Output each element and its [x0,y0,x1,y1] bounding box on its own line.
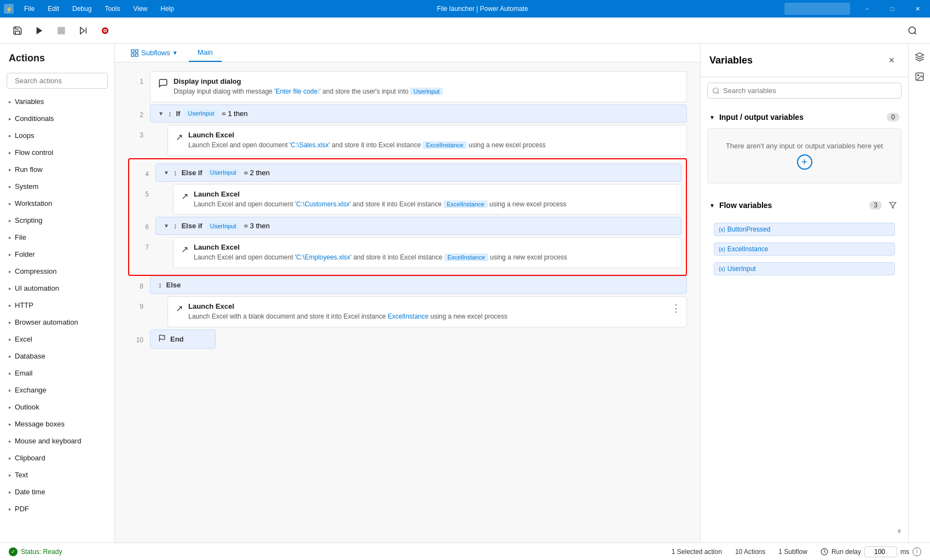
var-chip-userinput[interactable]: (x) UserInput [714,262,895,275]
record-button[interactable] [96,22,114,39]
menu-view[interactable]: View [126,0,154,18]
bottom-area: ♦ [701,286,908,542]
action-item-run-flow[interactable]: ▸ Run flow [0,161,114,178]
step-number-1: 1 [128,71,143,85]
variables-search-box[interactable] [707,83,902,99]
chevron-down-icon: ▼ [709,114,715,120]
add-variable-button[interactable]: + [797,154,812,170]
action-item-text[interactable]: ▸ Text [0,466,114,483]
chevron-right-icon: ▸ [9,116,11,122]
menu-help[interactable]: Help [154,0,181,18]
save-button[interactable] [9,22,26,39]
clock-icon [821,548,828,556]
flow-block-launch-excel-3[interactable]: ↗ Launch Excel Launch Excel and open doc… [173,237,681,268]
tab-main[interactable]: Main [189,44,222,62]
action-item-flow-control[interactable]: ▸ Flow control [0,144,114,161]
chevron-right-icon: ▸ [9,133,11,138]
toolbar [0,18,930,44]
action-item-variables[interactable]: ▸ Variables [0,93,114,110]
action-item-exchange[interactable]: ▸ Exchange [0,382,114,399]
else-block[interactable]: ↕ Else [150,276,687,294]
action-item-file[interactable]: ▸ File [0,229,114,246]
title-bar: ⚡ File Edit Debug Tools View Help File l… [0,0,930,18]
action-item-message-boxes[interactable]: ▸ Message boxes [0,415,114,432]
end-block[interactable]: End [150,330,216,349]
flow-canvas[interactable]: 1 Display input dialog Disp [115,62,700,542]
flow-block-launch-excel-blank[interactable]: ↗ Launch Excel Launch Excel with a blank… [167,296,687,327]
action-item-http[interactable]: ▸ HTTP [0,297,114,314]
flow-block-launch-excel-1[interactable]: ↗ Launch Excel Launch Excel and open doc… [167,125,687,156]
menu-file[interactable]: File [18,0,41,18]
variables-close-button[interactable]: ✕ [884,53,899,68]
minimize-button[interactable]: − [854,0,880,18]
step-content-7: ↗ Launch Excel Launch Excel and open doc… [173,237,681,268]
run-delay-label: Run delay [831,548,861,556]
action-item-outlook[interactable]: ▸ Outlook [0,399,114,415]
elseif-condition-1[interactable]: ▼ ↕ Else if UserInput = 2 then [155,164,681,182]
actions-search-input[interactable] [15,77,107,85]
action-item-system[interactable]: ▸ System [0,178,114,195]
flow-step-1: 1 Display input dialog Disp [128,71,687,102]
action-item-datetime[interactable]: ▸ Date time [0,483,114,500]
elseif-condition-2[interactable]: ▼ ↕ Else if UserInput = 3 then [155,217,681,235]
if-condition[interactable]: ▼ ↕ If UserInput = 1 then [150,105,687,123]
flow-block-display-input[interactable]: Display input dialog Display input dialo… [150,71,687,102]
action-item-clipboard[interactable]: ▸ Clipboard [0,449,114,466]
maximize-button[interactable]: □ [880,0,905,18]
action-item-email[interactable]: ▸ Email [0,365,114,382]
step5-title: Launch Excel [194,190,673,198]
subflows-button[interactable]: Subflows ▼ [124,44,184,62]
flow-block-body-7: Launch Excel Launch Excel and open docum… [194,243,673,262]
action-item-folder[interactable]: ▸ Folder [0,246,114,263]
run-delay-unit: ms [900,548,909,556]
flow-variables-title: Flow variables [719,201,865,210]
chevron-right-icon: ▸ [9,337,11,342]
selected-action-count: 1 Selected action [672,548,722,556]
subflow-count: 1 Subflow [778,548,807,556]
stop-button[interactable] [53,22,70,39]
action-item-scripting[interactable]: ▸ Scripting [0,212,114,229]
svg-text:⚡: ⚡ [5,5,13,13]
svg-point-9 [909,27,915,33]
step-number-9: 9 [128,296,143,310]
actions-search-box[interactable] [7,73,108,89]
flow-block-body-1: Display input dialog Display input dialo… [174,77,679,96]
flow-step-6: 6 ▼ ↕ Else if UserInput = 3 then [134,217,681,235]
var-chip-buttonpressed[interactable]: (x) ButtonPressed [714,223,895,236]
action-item-excel[interactable]: ▸ Excel [0,331,114,348]
action-item-compression[interactable]: ▸ Compression [0,263,114,280]
svg-rect-13 [135,54,138,56]
menu-debug[interactable]: Debug [66,0,98,18]
svg-rect-12 [135,50,138,53]
step7-desc: Launch Excel and open document 'C:\Emplo… [194,253,673,262]
filter-button[interactable] [886,199,899,212]
search-button[interactable] [904,22,921,39]
menu-edit[interactable]: Edit [41,0,66,18]
action-item-mouse-keyboard[interactable]: ▸ Mouse and keyboard [0,432,114,449]
close-button[interactable]: ✕ [905,0,930,18]
action-item-pdf[interactable]: ▸ PDF [0,500,114,517]
variables-search-input[interactable] [723,86,897,95]
svg-point-16 [713,88,718,93]
flow-block-launch-excel-2[interactable]: ↗ Launch Excel Launch Excel and open doc… [173,184,681,215]
next-step-button[interactable] [74,22,92,39]
action-item-workstation[interactable]: ▸ Workstation [0,195,114,212]
var-chip-excelinstance[interactable]: (x) ExcelInstance [714,243,895,256]
input-output-header[interactable]: ▼ Input / output variables 0 [707,108,902,126]
layers-button[interactable] [911,48,928,66]
action-item-conditionals[interactable]: ▸ Conditionals [0,110,114,127]
info-icon[interactable]: i [912,547,921,556]
menu-tools[interactable]: Tools [98,0,126,18]
run-delay-input[interactable] [864,546,897,557]
action-item-browser-automation[interactable]: ▸ Browser automation [0,314,114,331]
action-item-loops[interactable]: ▸ Loops [0,127,114,144]
step1-title: Display input dialog [174,77,679,85]
chevron-right-icon: ▸ [9,201,11,206]
action-item-ui-automation[interactable]: ▸ UI automation [0,280,114,297]
step-content-4: ▼ ↕ Else if UserInput = 2 then [155,164,681,182]
image-button[interactable] [911,68,928,85]
run-button[interactable] [31,22,48,39]
flow-variables-header[interactable]: ▼ Flow variables 3 [707,194,902,216]
action-item-database[interactable]: ▸ Database [0,348,114,365]
step-menu-button[interactable]: ⋮ [671,302,681,314]
